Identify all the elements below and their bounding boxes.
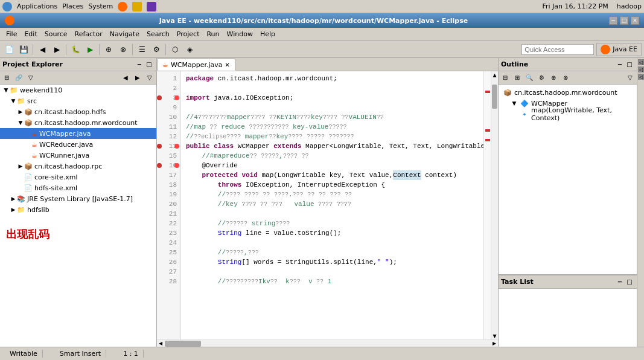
java-ee-icon — [601, 45, 610, 54]
editor-tab-wcmapper[interactable]: ☕ WCMapper.java ✕ — [157, 59, 235, 71]
back-nav-btn[interactable]: ◀ — [120, 72, 131, 83]
toolbar-btn-5[interactable]: ⬡ — [168, 43, 182, 56]
vertical-scrollbar[interactable]: ▲ ▼ — [491, 71, 498, 339]
menu-search[interactable]: Search — [143, 29, 173, 39]
maximize-button[interactable]: □ — [620, 16, 628, 25]
tree-item-coresite[interactable]: ▶ 📄 core-site.xml — [0, 172, 156, 182]
line-num-20: 20 — [157, 199, 180, 209]
forward-nav-btn[interactable]: ▶ — [132, 72, 143, 83]
outline-method[interactable]: 🔹 map(LongWritable, Text, Context) — [501, 109, 634, 120]
hscroll-thumb[interactable] — [165, 341, 201, 347]
outline-view-btn[interactable]: ▽ — [625, 72, 636, 83]
scroll-up-btn[interactable]: ▲ — [491, 71, 498, 79]
menu-source[interactable]: Source — [41, 29, 71, 39]
run-button[interactable]: ▶ — [83, 43, 97, 56]
folder-icon: 📁 — [17, 206, 25, 214]
outline-minimize-btn[interactable]: − — [615, 60, 625, 69]
menu-run[interactable]: Run — [203, 29, 223, 39]
places-menu[interactable]: Places — [62, 2, 83, 10]
system-menu[interactable]: System — [88, 2, 113, 10]
code-line-28: //?????????Ikv?? k??? v ?? 1 — [186, 277, 479, 286]
scroll-track[interactable] — [491, 79, 498, 332]
line-num-11: 11 — [157, 122, 180, 132]
hscroll-right-btn[interactable]: ▶ — [491, 340, 498, 347]
toolbar-separator-1 — [33, 44, 33, 55]
tree-item-wcmapper[interactable]: ▶ ☕ WCMapper.java — [0, 128, 156, 139]
toolbar-btn-4[interactable]: ⚙ — [150, 43, 163, 56]
menu-project[interactable]: Project — [173, 29, 203, 39]
firefox-icon — [118, 2, 127, 11]
toolbar-separator-2 — [66, 44, 66, 55]
task-maximize-btn[interactable]: □ — [625, 277, 634, 287]
line-num-26: 26 — [157, 257, 180, 267]
toolbar-btn-6[interactable]: ◈ — [183, 43, 196, 56]
menu-edit[interactable]: Edit — [21, 29, 40, 39]
scroll-thumb[interactable] — [492, 85, 497, 109]
menu-navigate[interactable]: Navigate — [106, 29, 143, 39]
outline-btn-1[interactable]: ⊟ — [500, 72, 511, 83]
outline-btn-6[interactable]: ⊗ — [560, 72, 571, 83]
side-strip — [637, 58, 644, 347]
hscroll-left-btn[interactable]: ◀ — [157, 340, 164, 347]
minimize-button[interactable]: − — [609, 16, 617, 25]
hscroll-track[interactable] — [164, 340, 491, 347]
tree-item-hdfslib[interactable]: ▶ 📁 hdfslib — [0, 204, 156, 215]
outline-btn-5[interactable]: ⊕ — [548, 72, 559, 83]
tree-item-wcrunner[interactable]: ▶ ☕ WCRunner.java — [0, 150, 156, 161]
tree-label: weekend110 — [20, 86, 62, 94]
horizontal-scrollbar[interactable]: ◀ ▶ — [157, 339, 498, 347]
eclipse-icon — [5, 16, 14, 25]
outline-btn-4[interactable]: ⚙ — [536, 72, 547, 83]
new-button[interactable]: 📄 — [2, 43, 16, 56]
tree-item-wcreducer[interactable]: ▶ ☕ WCReducer.java — [0, 139, 156, 150]
view-options-btn[interactable]: ▽ — [144, 72, 155, 83]
line-num-28: 28 — [157, 277, 180, 286]
tree-item-pkg1[interactable]: ▶ 📦 cn.itcast.hadoop.hdfs — [0, 106, 156, 117]
maximize-panel-btn[interactable]: □ — [144, 60, 154, 69]
menu-window[interactable]: Window — [223, 29, 257, 39]
code-editor[interactable]: package cn.itcast.hadoop.mr.wordcount; i… — [181, 71, 483, 339]
back-button[interactable]: ◀ — [36, 43, 49, 56]
project-explorer-title: Project Explorer — [2, 60, 135, 68]
java-ee-button[interactable]: Java EE — [596, 43, 642, 56]
expand-icon: ▶ — [17, 109, 24, 115]
tree-item-pkg2[interactable]: ▼ 📦 cn.itcast.hadoop.mr.wordcount — [0, 117, 156, 128]
save-button[interactable]: 💾 — [17, 43, 30, 56]
outline-btn-3[interactable]: 🔍 — [524, 72, 535, 83]
expand-icon: ▶ — [10, 207, 17, 213]
applications-menu[interactable]: Applications — [17, 2, 57, 10]
outline-btn-2[interactable]: ⊞ — [512, 72, 523, 83]
outline-maximize-btn[interactable]: □ — [625, 60, 634, 69]
tree-item-root[interactable]: ▼ 📁 weekend110 — [0, 85, 156, 95]
toolbar-btn-3[interactable]: ☰ — [135, 43, 148, 56]
code-line-16: @Override — [186, 161, 479, 170]
quick-access-input[interactable] — [521, 44, 594, 55]
toolbar-btn-2[interactable]: ⊗ — [116, 43, 130, 56]
tree-item-pkg3[interactable]: ▶ 📦 cn.itcast.hadoop.rpc — [0, 161, 156, 172]
collapse-all-btn[interactable]: ⊟ — [1, 72, 12, 83]
minimize-panel-btn[interactable]: − — [135, 60, 144, 69]
scroll-down-btn[interactable]: ▼ — [491, 332, 498, 339]
outline-package[interactable]: 📦 cn.itcast.hadoop.mr.wordcount — [501, 87, 634, 98]
tab-close-btn[interactable]: ✕ — [225, 62, 229, 68]
menu-help[interactable]: Help — [257, 29, 279, 39]
forward-button[interactable]: ▶ — [50, 43, 63, 56]
tree-label: JRE System Library [JavaSE-1.7] — [27, 195, 133, 203]
outline-toolbar: ⊟ ⊞ 🔍 ⚙ ⊕ ⊗ ▽ — [499, 71, 637, 85]
task-minimize-btn[interactable]: − — [615, 277, 625, 287]
debug-button[interactable]: 🐛 — [69, 43, 82, 56]
menu-file[interactable]: File — [2, 29, 21, 39]
view-menu-btn[interactable]: ▽ — [25, 72, 36, 83]
task-list-header: Task List − □ — [499, 275, 637, 289]
main-area: Project Explorer − □ ⊟ 🔗 ▽ ◀ ▶ ▽ ▼ 📁 — [0, 58, 644, 347]
tree-item-hdfssite[interactable]: ▶ 📄 hdfs-site.xml — [0, 182, 156, 193]
error-marker-1 — [485, 91, 490, 93]
tree-item-jre[interactable]: ▶ 📚 JRE System Library [JavaSE-1.7] — [0, 193, 156, 204]
menu-refactor[interactable]: Refactor — [71, 29, 106, 39]
garbled-annotation: 出现乱码 — [6, 228, 49, 240]
tree-item-src[interactable]: ▼ 📁 src — [0, 95, 156, 106]
line-num-16: 16 — [157, 161, 180, 170]
outline-label: map(LongWritable, Text, Context) — [531, 106, 634, 122]
link-editor-btn[interactable]: 🔗 — [13, 72, 24, 83]
toolbar-btn-1[interactable]: ⊕ — [102, 43, 115, 56]
